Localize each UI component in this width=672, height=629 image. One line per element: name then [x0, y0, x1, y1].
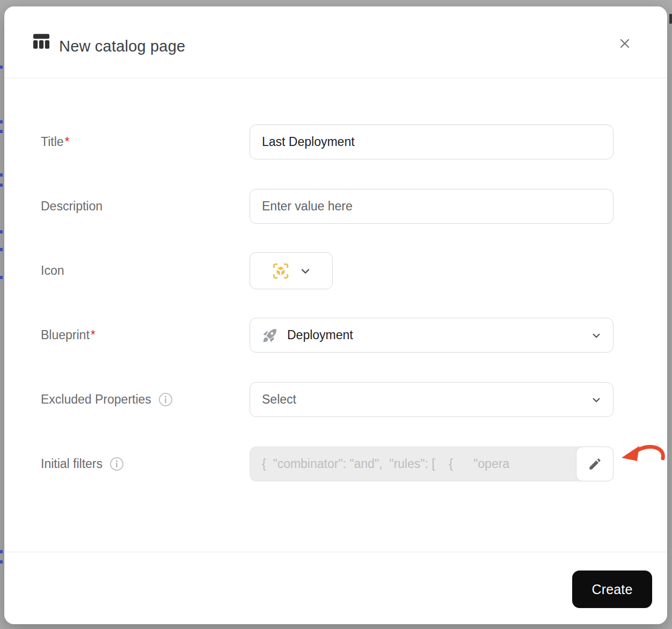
- rocket-icon: [262, 327, 278, 343]
- new-catalog-page-modal: New catalog page Title* Description Icon: [4, 6, 667, 624]
- background-artifact: [0, 173, 3, 177]
- field-row-blueprint: Blueprint* Deployment: [41, 318, 613, 353]
- initial-filters-group: [250, 447, 613, 481]
- field-row-icon: Icon: [41, 252, 333, 289]
- header-divider: [4, 78, 667, 78]
- annotation-arrow: [619, 441, 666, 469]
- background-artifact: [0, 130, 3, 133]
- background-artifact: [0, 276, 3, 279]
- title-input[interactable]: [250, 125, 613, 159]
- edit-filters-button[interactable]: [576, 447, 613, 481]
- blueprint-selected-value: Deployment: [287, 328, 353, 342]
- blueprint-select[interactable]: Deployment: [250, 318, 613, 353]
- info-icon[interactable]: [109, 457, 124, 471]
- icon-label: Icon: [41, 264, 64, 278]
- field-row-initial-filters: Initial filters: [41, 447, 613, 481]
- background-artifact: [0, 230, 3, 233]
- description-input[interactable]: [250, 189, 613, 224]
- icon-picker-button[interactable]: [250, 252, 333, 289]
- chevron-down-icon: [590, 394, 602, 406]
- excluded-properties-placeholder: Select: [262, 392, 296, 407]
- background-artifact: [669, 14, 672, 24]
- field-row-title: Title*: [41, 125, 613, 159]
- close-button[interactable]: [614, 33, 636, 54]
- blueprint-label: Blueprint: [41, 328, 90, 342]
- modal-title: New catalog page: [59, 38, 185, 55]
- pencil-icon: [588, 457, 602, 471]
- initial-filters-label: Initial filters: [41, 457, 103, 471]
- background-artifact: [0, 550, 3, 553]
- close-icon: [617, 35, 633, 52]
- catalog-table-icon: [32, 33, 50, 49]
- excluded-properties-select[interactable]: Select: [250, 382, 613, 417]
- background-artifact: [0, 184, 3, 187]
- create-button[interactable]: Create: [572, 571, 652, 608]
- chevron-down-icon: [590, 330, 602, 341]
- info-icon[interactable]: [158, 392, 173, 407]
- cube-scan-icon: [271, 261, 290, 281]
- chevron-down-icon: [299, 265, 312, 277]
- excluded-properties-label: Excluded Properties: [41, 392, 151, 407]
- field-row-description: Description: [41, 189, 613, 224]
- background-artifact: [0, 248, 3, 251]
- initial-filters-input: [250, 447, 613, 481]
- background-artifact: [0, 65, 3, 69]
- field-row-excluded-properties: Excluded Properties Select: [41, 382, 613, 417]
- description-label: Description: [41, 199, 103, 214]
- background-artifact: [0, 560, 3, 564]
- background-artifact: [0, 120, 3, 123]
- title-label: Title: [41, 135, 64, 149]
- required-marker: *: [91, 328, 96, 342]
- footer-divider: [4, 552, 667, 552]
- required-marker: *: [65, 135, 70, 149]
